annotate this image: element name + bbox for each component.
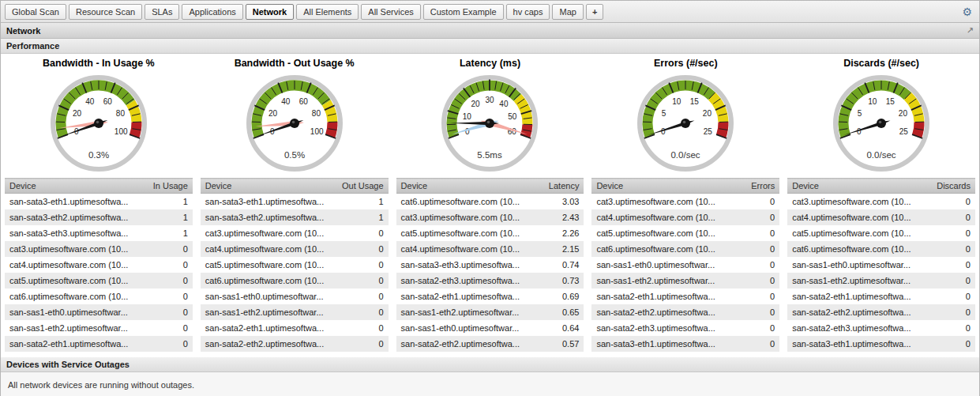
table-row[interactable]: san-sata2-eth2.uptimesoftwa...0 <box>201 336 389 352</box>
gauge-value: 0.0/sec <box>867 150 896 160</box>
column-header-metric[interactable]: Discards <box>918 179 975 194</box>
table-row[interactable]: cat5.uptimesoftware.com (10...0 <box>591 225 779 241</box>
table-row[interactable]: san-sata2-eth3.uptimesoftwa...0 <box>591 320 779 336</box>
table-row[interactable]: san-sas1-eth2.uptimesoftwar...0 <box>591 273 779 289</box>
add-tab-button[interactable]: + <box>586 4 603 20</box>
table-row[interactable]: cat4.uptimesoftware.com (10...0 <box>787 209 975 225</box>
column-header-device[interactable]: Device <box>787 179 918 194</box>
table-row[interactable]: san-sata3-eth2.uptimesoftwa...1 <box>5 209 193 225</box>
table-row[interactable]: cat6.uptimesoftware.com (10...0 <box>787 241 975 257</box>
gauge-tick-label: 5 <box>662 109 666 118</box>
gauge[interactable]: 0204060801000.3% <box>8 70 190 175</box>
table-row[interactable]: cat3.uptimesoftware.com (10...0 <box>591 194 779 210</box>
table-row[interactable]: san-sata2-eth1.uptimesoftwa...0.69 <box>396 289 584 304</box>
metric-value: 0.74 <box>527 257 584 273</box>
table-row[interactable]: san-sata2-eth2.uptimesoftwa...0 <box>591 304 779 320</box>
table-row[interactable]: cat3.uptimesoftware.com (10...0 <box>5 241 193 257</box>
table-row[interactable]: san-sata3-eth3.uptimesoftwa...0.74 <box>396 257 584 273</box>
table-row[interactable]: san-sata2-eth3.uptimesoftwa...0 <box>787 320 975 336</box>
gauge-tick-label: 80 <box>312 109 321 118</box>
tab-network[interactable]: Network <box>246 4 294 20</box>
column-header-metric[interactable]: In Usage <box>136 179 193 194</box>
table-row[interactable]: cat3.uptimesoftware.com (10...0 <box>787 194 975 210</box>
table-row[interactable]: san-sata3-eth1.uptimesoftwa...1 <box>5 194 193 210</box>
device-name: san-sas1-eth2.uptimesoftwar... <box>591 273 723 289</box>
gear-icon[interactable]: ⚙ <box>959 6 975 17</box>
table-row[interactable]: cat4.uptimesoftware.com (10...0 <box>201 241 389 257</box>
table-row[interactable]: san-sas1-eth2.uptimesoftwar...0 <box>201 304 389 320</box>
column-header-device[interactable]: Device <box>201 179 332 194</box>
gauge-tick-label: 50 <box>509 112 518 121</box>
metric-value: 0 <box>723 194 779 210</box>
expand-icon[interactable]: ↗ <box>967 25 974 36</box>
table-row[interactable]: san-sata2-eth3.uptimesoftwa...0.73 <box>396 273 584 289</box>
tab-all-elements[interactable]: All Elements <box>296 4 359 20</box>
table-row[interactable]: san-sas1-eth0.uptimesoftwar...0 <box>201 289 389 304</box>
table-row[interactable]: san-sata3-eth3.uptimesoftwa...1 <box>5 225 193 241</box>
table-row[interactable]: cat4.uptimesoftware.com (10...2.15 <box>396 241 584 257</box>
table-row[interactable]: san-sata3-eth2.uptimesoftwa...1 <box>201 209 389 225</box>
table-row[interactable]: san-sas1-eth0.uptimesoftwar...0 <box>591 257 779 273</box>
column-header-device[interactable]: Device <box>396 179 528 194</box>
table-row[interactable]: cat6.uptimesoftware.com (10...0 <box>591 241 779 257</box>
tab-map[interactable]: Map <box>552 4 583 20</box>
table-row[interactable]: cat5.uptimesoftware.com (10...0 <box>201 257 389 273</box>
table-row[interactable]: san-sata2-eth2.uptimesoftwa...0.57 <box>396 336 584 352</box>
metric-value: 0 <box>136 241 193 257</box>
gauge-value: 5.5ms <box>478 150 503 160</box>
table-row[interactable]: san-sas1-eth2.uptimesoftwar...0.65 <box>396 304 584 320</box>
table-row[interactable]: san-sata2-eth1.uptimesoftwa...0 <box>787 289 975 304</box>
table-row[interactable]: cat4.uptimesoftware.com (10...0 <box>591 209 779 225</box>
table-row[interactable]: san-sata3-eth1.uptimesoftwa...0 <box>787 336 975 352</box>
metric-value: 0 <box>723 225 779 241</box>
tab-applications[interactable]: Applications <box>182 4 242 20</box>
column-header-metric[interactable]: Errors <box>723 179 779 194</box>
table-row[interactable]: cat3.uptimesoftware.com (10...0 <box>201 225 389 241</box>
device-name: cat3.uptimesoftware.com (10... <box>201 225 332 241</box>
tab-global-scan[interactable]: Global Scan <box>5 4 66 20</box>
column-header-metric[interactable]: Out Usage <box>332 179 389 194</box>
table-row[interactable]: san-sas1-eth2.uptimesoftwar...0 <box>787 273 975 289</box>
tab-all-services[interactable]: All Services <box>361 4 420 20</box>
gauge-tick-label: 5 <box>858 109 862 118</box>
table-row[interactable]: san-sata2-eth1.uptimesoftwa...0 <box>591 289 779 304</box>
column-header-device[interactable]: Device <box>5 179 136 194</box>
metric-value: 0 <box>918 241 975 257</box>
device-name: san-sas1-eth2.uptimesoftwar... <box>787 273 918 289</box>
table-row[interactable]: san-sata3-eth1.uptimesoftwa...1 <box>201 194 389 210</box>
table-row[interactable]: san-sata3-eth1.uptimesoftwa...0 <box>591 336 779 352</box>
table-row[interactable]: cat6.uptimesoftware.com (10...3.03 <box>396 194 584 210</box>
tab-custom-example[interactable]: Custom Example <box>423 4 504 20</box>
metric-value: 1 <box>136 194 193 210</box>
table-row[interactable]: cat3.uptimesoftware.com (10...2.43 <box>396 209 584 225</box>
table-row[interactable]: san-sata2-eth1.uptimesoftwa...0 <box>201 320 389 336</box>
gauge[interactable]: 01020304050605.5ms <box>399 70 580 175</box>
tab-slas[interactable]: SLAs <box>145 4 179 20</box>
gauge[interactable]: 05101520250.0/sec <box>595 70 776 175</box>
table-row[interactable]: san-sas1-eth2.uptimesoftwar...0 <box>5 320 193 336</box>
metric-value: 0 <box>918 257 975 273</box>
table-row[interactable]: san-sata2-eth2.uptimesoftwa...0 <box>787 304 975 320</box>
table-row[interactable]: cat5.uptimesoftware.com (10...0 <box>787 225 975 241</box>
gauge-tick-label: 25 <box>899 127 909 136</box>
panel-title: Bandwidth - In Usage % <box>5 55 193 70</box>
table-row[interactable]: cat4.uptimesoftware.com (10...0 <box>5 257 193 273</box>
device-name: cat6.uptimesoftware.com (10... <box>396 194 528 210</box>
table-row[interactable]: cat6.uptimesoftware.com (10...0 <box>201 273 389 289</box>
device-name: san-sata2-eth2.uptimesoftwa... <box>591 304 723 320</box>
device-name: san-sata2-eth2.uptimesoftwa... <box>396 336 528 352</box>
table-row[interactable]: cat6.uptimesoftware.com (10...0 <box>5 289 193 304</box>
table-row[interactable]: san-sas1-eth0.uptimesoftwar...0 <box>5 304 193 320</box>
table-row[interactable]: cat5.uptimesoftware.com (10...0 <box>5 273 193 289</box>
gauge[interactable]: 05101520250.0/sec <box>790 70 972 175</box>
table-row[interactable]: san-sas1-eth0.uptimesoftwar...0.64 <box>396 320 584 336</box>
gauge[interactable]: 0204060801000.5% <box>204 70 385 175</box>
column-header-device[interactable]: Device <box>591 179 723 194</box>
table-row[interactable]: san-sata2-eth1.uptimesoftwa...0 <box>5 336 193 352</box>
column-header-metric[interactable]: Latency <box>527 179 584 194</box>
tab-hv-caps[interactable]: hv caps <box>506 4 550 20</box>
table-row[interactable]: san-sas1-eth0.uptimesoftwar...0 <box>787 257 975 273</box>
tab-resource-scan[interactable]: Resource Scan <box>69 4 142 20</box>
gauge-value: 0.5% <box>284 150 305 160</box>
table-row[interactable]: cat5.uptimesoftware.com (10...2.26 <box>396 225 584 241</box>
